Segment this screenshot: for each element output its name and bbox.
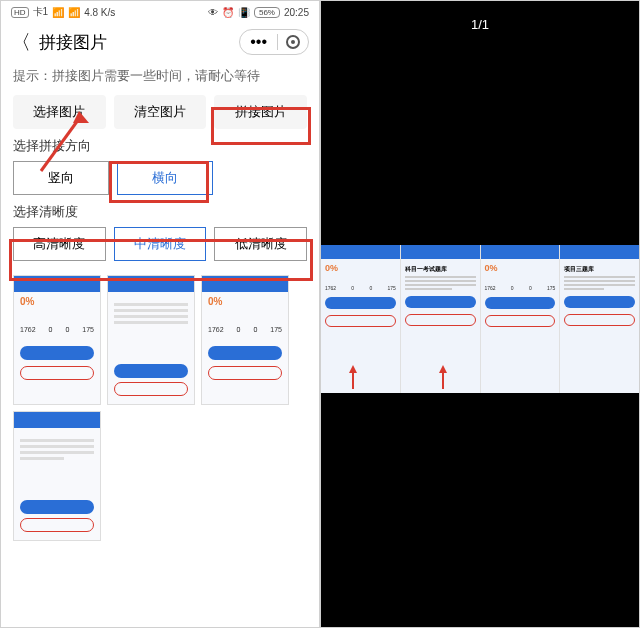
- direction-label: 选择拼接方向: [1, 137, 319, 161]
- nav-bar: 〈 拼接图片 •••: [1, 23, 319, 61]
- action-row: 选择图片 清空图片 拼接图片: [1, 95, 319, 137]
- page-counter: 1/1: [321, 1, 639, 48]
- page-title: 拼接图片: [39, 31, 107, 54]
- eye-icon: 👁: [208, 7, 218, 18]
- signal-icon: 📶: [52, 7, 64, 18]
- preview-col-2: 科目一考试题库: [401, 245, 481, 393]
- miniprogram-capsule[interactable]: •••: [239, 29, 309, 55]
- thumbnail-grid: 0% 176200175 0% 176200175: [1, 269, 319, 547]
- clarity-mid[interactable]: 中清晰度: [114, 227, 207, 261]
- net-speed: 4.8 K/s: [84, 7, 115, 18]
- stitch-images-button[interactable]: 拼接图片: [214, 95, 307, 129]
- right-viewer-pane: 1/1 0% 176200175 科目一考试题库 0% 1: [320, 0, 640, 628]
- battery-indicator: 56%: [254, 7, 280, 18]
- select-images-button[interactable]: 选择图片: [13, 95, 106, 129]
- clarity-row: 高清晰度 中清晰度 低清晰度: [1, 227, 319, 269]
- thumbnail-3[interactable]: 0% 176200175: [201, 275, 289, 405]
- thumbnail-1[interactable]: 0% 176200175: [13, 275, 101, 405]
- vibrate-icon: 📳: [238, 7, 250, 18]
- direction-horizontal[interactable]: 横向: [117, 161, 213, 195]
- wifi-icon: 📶: [68, 7, 80, 18]
- preview-col-1: 0% 176200175: [321, 245, 401, 393]
- direction-row: 竖向 横向: [1, 161, 319, 203]
- hd-badge: HD: [11, 7, 29, 18]
- left-phone-pane: HD 卡1 📶 📶 4.8 K/s 👁 ⏰ 📳 56% 20:25 〈 拼接图片…: [0, 0, 320, 628]
- clarity-label: 选择清晰度: [1, 203, 319, 227]
- more-icon[interactable]: •••: [240, 34, 278, 50]
- close-icon[interactable]: [286, 35, 300, 49]
- back-icon[interactable]: 〈: [11, 32, 31, 52]
- preview-col-4: 项目三题库: [560, 245, 639, 393]
- sim-label: 卡1: [33, 5, 49, 19]
- stitched-preview[interactable]: 0% 176200175 科目一考试题库 0% 176200175: [321, 245, 639, 393]
- clarity-high[interactable]: 高清晰度: [13, 227, 106, 261]
- alarm-icon: ⏰: [222, 7, 234, 18]
- clear-images-button[interactable]: 清空图片: [114, 95, 207, 129]
- thumbnail-4[interactable]: [13, 411, 101, 541]
- status-bar: HD 卡1 📶 📶 4.8 K/s 👁 ⏰ 📳 56% 20:25: [1, 1, 319, 23]
- hint-text: 提示：拼接图片需要一些时间，请耐心等待: [1, 61, 319, 95]
- clarity-low[interactable]: 低清晰度: [214, 227, 307, 261]
- svg-marker-5: [439, 365, 447, 373]
- clock: 20:25: [284, 7, 309, 18]
- direction-vertical[interactable]: 竖向: [13, 161, 109, 195]
- thumbnail-2[interactable]: [107, 275, 195, 405]
- svg-marker-3: [349, 365, 357, 373]
- preview-col-3: 0% 176200175: [481, 245, 561, 393]
